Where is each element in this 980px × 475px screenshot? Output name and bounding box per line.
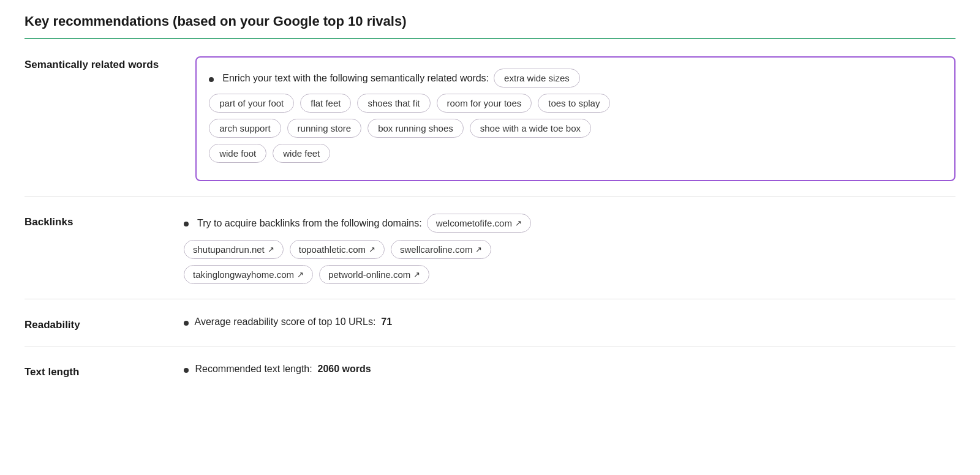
backlinks-intro-text: Try to acquire backlinks from the follow… bbox=[197, 218, 422, 229]
tag-petworld-online[interactable]: petworld-online.com ↗ bbox=[319, 265, 429, 284]
tag-welcometofife[interactable]: welcometofife.com ↗ bbox=[427, 214, 531, 233]
tag-toes-to-splay[interactable]: toes to splay bbox=[538, 94, 610, 113]
readability-score: 71 bbox=[381, 316, 392, 327]
tag-room-for-your-toes[interactable]: room for your toes bbox=[437, 94, 532, 113]
text-length-value: 2060 words bbox=[318, 364, 371, 374]
external-link-icon: ↗ bbox=[475, 245, 482, 254]
backlinks-rows: shutupandrun.net ↗ topoathletic.com ↗ sw… bbox=[184, 240, 956, 284]
external-link-icon: ↗ bbox=[297, 270, 304, 279]
backlinks-intro-line: Try to acquire backlinks from the follow… bbox=[184, 214, 956, 233]
backlinks-section: Backlinks Try to acquire backlinks from … bbox=[24, 196, 956, 299]
tag-takinglongwayhome[interactable]: takinglongwayhome.com ↗ bbox=[184, 265, 313, 284]
tag-swellcaroline[interactable]: swellcaroline.com ↗ bbox=[391, 240, 491, 259]
external-link-icon: ↗ bbox=[413, 270, 420, 279]
bullet-dot-readability bbox=[184, 321, 189, 326]
text-length-content: Recommended text length: 2060 words bbox=[184, 364, 956, 375]
readability-label: Readability bbox=[24, 316, 147, 331]
tag-topoathletic[interactable]: topoathletic.com ↗ bbox=[290, 240, 385, 259]
tag-running-store[interactable]: running store bbox=[287, 119, 362, 138]
related-words-intro-text: Enrich your text with the following sema… bbox=[222, 73, 489, 84]
readability-description: Average readability score of top 10 URLs… bbox=[195, 316, 376, 327]
tag-part-of-your-foot[interactable]: part of your foot bbox=[209, 94, 294, 113]
page-title: Key recommendations (based on your Googl… bbox=[24, 0, 956, 39]
tag-box-running-shoes[interactable]: box running shoes bbox=[368, 119, 464, 138]
tag-arch-support[interactable]: arch support bbox=[209, 119, 281, 138]
related-words-row-3: wide foot wide feet bbox=[209, 144, 942, 163]
tag-shutupandrun[interactable]: shutupandrun.net ↗ bbox=[184, 240, 284, 259]
related-words-intro-line: Enrich your text with the following sema… bbox=[209, 69, 942, 88]
tag-shoe-with-wide-toe-box[interactable]: shoe with a wide toe box bbox=[470, 119, 591, 138]
external-link-icon: ↗ bbox=[268, 245, 274, 254]
bullet-dot bbox=[209, 77, 214, 82]
backlinks-row-2: takinglongwayhome.com ↗ petworld-online.… bbox=[184, 265, 956, 284]
tag-extra-wide-sizes[interactable]: extra wide sizes bbox=[494, 69, 580, 88]
readability-text-line: Average readability score of top 10 URLs… bbox=[184, 316, 956, 327]
external-link-icon: ↗ bbox=[515, 219, 522, 228]
related-words-row-2: arch support running store box running s… bbox=[209, 119, 942, 138]
semantically-related-section: Semantically related words Enrich your t… bbox=[24, 39, 956, 196]
external-link-icon: ↗ bbox=[369, 245, 375, 254]
backlinks-content: Try to acquire backlinks from the follow… bbox=[184, 214, 956, 284]
related-words-row-1: part of your foot flat feet shoes that f… bbox=[209, 94, 942, 113]
text-length-description: Recommended text length: bbox=[195, 364, 312, 374]
text-length-section: Text length Recommended text length: 206… bbox=[24, 346, 956, 393]
tag-shoes-that-fit[interactable]: shoes that fit bbox=[357, 94, 430, 113]
bullet-dot-text-length bbox=[184, 368, 189, 373]
semantically-related-label: Semantically related words bbox=[24, 56, 159, 71]
text-length-label: Text length bbox=[24, 364, 147, 378]
backlinks-label: Backlinks bbox=[24, 214, 147, 228]
readability-section: Readability Average readability score of… bbox=[24, 299, 956, 346]
tag-wide-foot[interactable]: wide foot bbox=[209, 144, 266, 163]
tag-wide-feet[interactable]: wide feet bbox=[273, 144, 330, 163]
bullet-dot-backlinks bbox=[184, 222, 189, 226]
related-words-box: Enrich your text with the following sema… bbox=[195, 56, 956, 181]
backlinks-row-1: shutupandrun.net ↗ topoathletic.com ↗ sw… bbox=[184, 240, 956, 259]
semantically-related-content: Enrich your text with the following sema… bbox=[195, 56, 956, 181]
tag-flat-feet[interactable]: flat feet bbox=[300, 94, 351, 113]
text-length-text-line: Recommended text length: 2060 words bbox=[184, 364, 956, 375]
readability-content: Average readability score of top 10 URLs… bbox=[184, 316, 956, 327]
